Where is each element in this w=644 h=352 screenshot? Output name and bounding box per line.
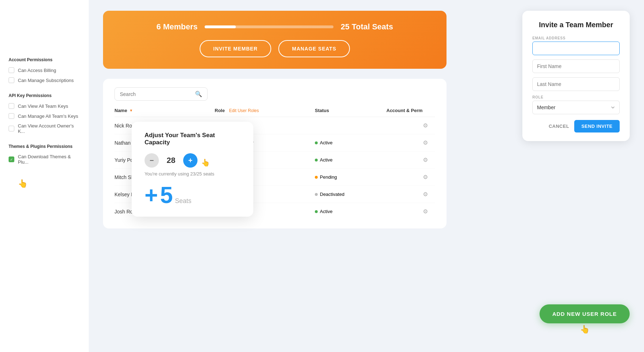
seat-capacity-popup: Adjust Your Team's Seat Capacity − 28 + … bbox=[132, 122, 253, 217]
status-dot bbox=[315, 176, 318, 179]
sidebar-item-owner-keys[interactable]: Can View Account Owner's K... bbox=[9, 123, 80, 134]
billing-label: Can Access Billing bbox=[18, 68, 56, 73]
sidebar-item-subscriptions[interactable]: Can Manage Subscriptions bbox=[9, 77, 80, 83]
gear-icon[interactable]: ⚙ bbox=[423, 156, 428, 163]
view-keys-checkbox[interactable] bbox=[9, 103, 14, 109]
invite-actions: CANCEL SEND INVITE bbox=[532, 120, 620, 132]
manage-seats-button[interactable]: MANAGE SEATS bbox=[278, 40, 350, 57]
seat-popup-title: Adjust Your Team's Seat Capacity bbox=[145, 132, 240, 146]
api-permissions-heading: API Key Permissions bbox=[9, 93, 80, 98]
manage-keys-checkbox[interactable] bbox=[9, 113, 14, 119]
seats-progress-fill bbox=[205, 25, 235, 28]
seat-delta-label: Seats bbox=[175, 197, 191, 205]
table-header: Name ▼ Role Edit User Roles Status Accou… bbox=[114, 108, 435, 117]
account-perm-column-header: Account & Perm bbox=[386, 108, 435, 113]
seat-delta-value: 5 bbox=[160, 184, 173, 207]
download-themes-label: Can Download Themes & Plu... bbox=[18, 154, 80, 165]
email-label: EMAIL ADDRESS bbox=[532, 36, 620, 40]
sidebar: Account Permissions Can Access Billing C… bbox=[0, 0, 89, 352]
invite-team-member-panel: Invite a Team Member EMAIL ADDRESS ROLE … bbox=[522, 11, 630, 141]
search-icon: 🔍 bbox=[195, 91, 202, 97]
email-input[interactable] bbox=[532, 42, 620, 55]
themes-permissions-heading: Themes & Plugins Permissions bbox=[9, 144, 80, 149]
email-field-group: EMAIL ADDRESS bbox=[532, 36, 620, 55]
sidebar-item-download-themes[interactable]: ✓ Can Download Themes & Plu... bbox=[9, 154, 80, 165]
status-text: Pending bbox=[320, 174, 337, 180]
owner-keys-checkbox[interactable] bbox=[9, 126, 14, 131]
view-keys-label: Can View All Team Keys bbox=[18, 103, 68, 109]
first-name-input[interactable] bbox=[532, 59, 620, 73]
role-column-header: Role Edit User Roles bbox=[215, 108, 315, 113]
cancel-button[interactable]: CANCEL bbox=[549, 124, 569, 129]
status-text: Deactivated bbox=[320, 192, 345, 197]
download-themes-checkbox[interactable]: ✓ bbox=[9, 156, 14, 162]
cursor-hand-icon: 👆 bbox=[201, 158, 210, 167]
members-count: 6 Members bbox=[156, 22, 197, 32]
role-select[interactable]: Member Admin Owner bbox=[532, 101, 620, 114]
status-badge: Deactivated bbox=[315, 192, 386, 197]
status-text: Active bbox=[320, 157, 332, 163]
sidebar-item-billing[interactable]: Can Access Billing bbox=[9, 67, 80, 73]
seat-delta-display: + 5 Seats bbox=[145, 184, 240, 207]
cursor-pointer-add-role-icon: 👆 bbox=[580, 325, 590, 334]
cursor-pointer-icon: 👆 bbox=[18, 179, 28, 188]
sidebar-item-view-keys[interactable]: Can View All Team Keys bbox=[9, 103, 80, 109]
gear-icon[interactable]: ⚙ bbox=[423, 174, 428, 180]
last-name-field-group bbox=[532, 77, 620, 91]
status-text: Active bbox=[320, 209, 332, 214]
status-badge: Active bbox=[315, 140, 386, 145]
status-column-header: Status bbox=[315, 108, 386, 113]
manage-keys-label: Can Manage All Team's Keys bbox=[18, 114, 78, 119]
seat-usage-text: You're currently using 23/25 seats bbox=[145, 171, 240, 177]
total-seats: 25 Total Seats bbox=[341, 22, 393, 32]
seat-stepper: − 28 + 👆 bbox=[145, 153, 240, 168]
role-label: ROLE bbox=[532, 95, 620, 99]
sidebar-item-manage-keys[interactable]: Can Manage All Team's Keys bbox=[9, 113, 80, 119]
main-content: 6 Members 25 Total Seats INVITE MEMBER M… bbox=[89, 0, 644, 352]
status-dot bbox=[315, 159, 318, 161]
gear-icon[interactable]: ⚙ bbox=[423, 208, 428, 215]
billing-checkbox[interactable] bbox=[9, 67, 14, 73]
status-badge: Active bbox=[315, 157, 386, 163]
last-name-input[interactable] bbox=[532, 77, 620, 91]
decrease-seats-button[interactable]: − bbox=[145, 153, 159, 168]
search-bar[interactable]: 🔍 bbox=[114, 87, 208, 101]
seats-banner: 6 Members 25 Total Seats INVITE MEMBER M… bbox=[103, 11, 447, 69]
subscriptions-checkbox[interactable] bbox=[9, 77, 14, 83]
gear-icon[interactable]: ⚙ bbox=[423, 191, 428, 198]
seats-progress-bar bbox=[205, 25, 333, 28]
search-input[interactable] bbox=[120, 91, 192, 97]
edit-user-roles-link[interactable]: Edit User Roles bbox=[229, 108, 259, 113]
first-name-field-group bbox=[532, 59, 620, 73]
sort-icon: ▼ bbox=[129, 109, 133, 112]
gear-icon[interactable]: ⚙ bbox=[423, 139, 428, 146]
status-badge: Active bbox=[315, 209, 386, 214]
status-text: Active bbox=[320, 140, 332, 145]
subscriptions-label: Can Manage Subscriptions bbox=[18, 78, 74, 83]
increase-seats-button[interactable]: + bbox=[183, 153, 197, 168]
send-invite-button[interactable]: SEND INVITE bbox=[574, 120, 620, 132]
owner-keys-label: Can View Account Owner's K... bbox=[18, 123, 80, 134]
invite-panel-title: Invite a Team Member bbox=[532, 21, 620, 29]
role-field-group: ROLE Member Admin Owner bbox=[532, 95, 620, 114]
add-new-user-role-button[interactable]: ADD NEW USER ROLE bbox=[540, 304, 630, 323]
status-dot bbox=[315, 210, 318, 213]
name-column-header: Name ▼ bbox=[114, 108, 215, 113]
gear-icon[interactable]: ⚙ bbox=[423, 122, 428, 129]
status-dot bbox=[315, 193, 318, 196]
seat-delta-sign: + bbox=[145, 184, 158, 207]
status-badge: Pending bbox=[315, 174, 386, 180]
status-dot bbox=[315, 141, 318, 144]
invite-member-button[interactable]: INVITE MEMBER bbox=[200, 40, 271, 57]
seats-value: 28 bbox=[164, 156, 178, 165]
account-permissions-heading: Account Permissions bbox=[9, 57, 80, 62]
